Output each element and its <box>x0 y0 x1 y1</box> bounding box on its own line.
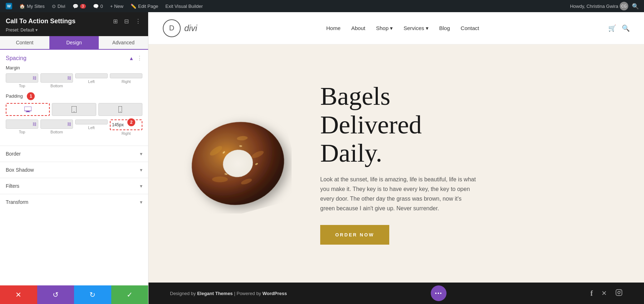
transform-section[interactable]: Transform ▾ <box>0 194 148 210</box>
footer-elegant-themes: Elegant Themes <box>197 291 233 296</box>
footer-powered-by: | Powered by <box>234 291 261 296</box>
svg-rect-0 <box>24 107 31 111</box>
tab-content[interactable]: Content <box>0 36 49 49</box>
margin-top-input[interactable]: ⛓ <box>6 73 38 83</box>
cart-icon[interactable]: 🛒 <box>608 24 616 32</box>
svg-point-4 <box>74 112 74 112</box>
redo-button[interactable]: ↻ <box>74 285 111 304</box>
preset-label: Preset: Default <box>6 28 34 33</box>
margin-bottom-input[interactable]: ⛓ <box>40 73 73 83</box>
margin-bottom-cell: ⛓ Bottom <box>40 73 73 88</box>
margin-bottom-label: Bottom <box>50 84 63 88</box>
panel-tabs: Content Design Advanced <box>0 36 148 50</box>
fab-icon: ••• <box>435 290 443 296</box>
nav-about[interactable]: About <box>351 25 365 31</box>
my-sites-menu[interactable]: 🏠 My Sites <box>16 0 48 12</box>
margin-left-input[interactable] <box>75 73 108 78</box>
panel-content: Spacing ▲ ⋮ Margin ⛓ Top <box>0 50 148 285</box>
device-selector <box>6 103 142 116</box>
padding-top-input[interactable]: ⛓ <box>6 119 38 129</box>
comment-bubble-icon: 🗨️ <box>93 4 99 9</box>
comments-count: 3 <box>80 4 86 9</box>
margin-left-label: Left <box>88 79 94 84</box>
cancel-button[interactable]: ✕ <box>0 285 37 304</box>
twitter-icon[interactable]: ✕ <box>601 289 607 297</box>
exit-builder-item[interactable]: Exit Visual Builder <box>162 0 206 12</box>
more-options-button[interactable]: ⋮ <box>134 17 142 25</box>
new-content-item[interactable]: + New <box>107 0 126 12</box>
svg-rect-2 <box>26 112 30 112</box>
box-shadow-section[interactable]: Box Shadow ▾ <box>0 162 148 178</box>
border-section[interactable]: Border ▾ <box>0 146 148 162</box>
logo-circle: D <box>163 19 181 37</box>
spacing-section-controls: ▲ ⋮ <box>129 55 142 62</box>
checkmark-icon: ✓ <box>127 290 133 299</box>
nav-home[interactable]: Home <box>326 25 341 31</box>
nav-blog[interactable]: Blog <box>439 25 450 31</box>
hero-heading-line1: Bagels <box>320 82 390 111</box>
nav-shop-label: Shop <box>376 25 389 31</box>
comment-count: 0 <box>101 4 103 9</box>
filters-section[interactable]: Filters ▾ <box>0 178 148 194</box>
bagel-image <box>184 113 292 214</box>
user-avatar[interactable]: CG <box>620 2 628 10</box>
shop-dropdown-icon: ▾ <box>390 25 393 31</box>
tab-advanced[interactable]: Advanced <box>99 36 148 49</box>
transform-chevron-icon: ▾ <box>140 199 142 205</box>
box-shadow-title: Box Shadow <box>6 167 34 173</box>
desktop-device-btn[interactable] <box>6 103 50 116</box>
cancel-icon: ✕ <box>15 290 21 299</box>
main-layout: Call To Action Settings ⊞ ⊟ ⋮ Preset: De… <box>0 12 644 304</box>
padding-left-input[interactable] <box>75 119 108 124</box>
instagram-icon[interactable] <box>615 289 623 298</box>
spacing-options-icon[interactable]: ⋮ <box>137 55 142 62</box>
tab-design[interactable]: Design <box>49 36 99 49</box>
main-nav-links: Home About Shop ▾ Services ▾ Blog Contac… <box>326 25 479 31</box>
preview-container: Bagels Delivered Daily. Look at the suns… <box>148 44 644 304</box>
wp-logo-item[interactable]: W <box>3 0 15 12</box>
my-sites-label: My Sites <box>27 4 45 9</box>
nav-services-label: Services <box>404 25 424 31</box>
nav-action-icons: 🛒 🔍 <box>608 24 630 32</box>
order-now-button[interactable]: ORDER NOW <box>320 225 389 245</box>
edit-page-item[interactable]: ✏️ Edit Page <box>128 0 161 12</box>
svg-point-11 <box>212 177 228 182</box>
padding-bottom-input[interactable]: ⛓ <box>40 119 73 129</box>
undo-button[interactable]: ↺ <box>37 285 74 304</box>
search-nav-icon[interactable]: 🔍 <box>622 24 630 32</box>
search-icon[interactable]: 🔍 <box>630 3 641 10</box>
nav-services[interactable]: Services ▾ <box>404 25 429 31</box>
save-button[interactable]: ✓ <box>111 285 148 304</box>
padding-label-row: Padding 1 <box>6 92 142 100</box>
padding-right-value: 145px <box>112 122 124 127</box>
comment-0-item[interactable]: 🗨️ 0 <box>90 0 106 12</box>
footer-text: Designed by Elegant Themes | Powered by … <box>170 291 287 296</box>
padding-inputs: ⛓ Top ⛓ Bottom <box>6 119 142 136</box>
fab-button[interactable]: ••• <box>431 285 447 301</box>
preset-row[interactable]: Preset: Default ▾ <box>6 28 142 33</box>
comments-item[interactable]: 💬 3 <box>70 0 89 12</box>
site-logo: D divi <box>163 19 197 37</box>
site-preview: D divi Home About Shop ▾ Services ▾ Blog… <box>148 12 644 304</box>
margin-right-input[interactable] <box>110 73 142 78</box>
howdy-text: Howdy, Christina Gwira <box>570 4 618 9</box>
tablet-device-btn[interactable] <box>52 103 96 116</box>
pencil-icon: ✏️ <box>131 4 136 9</box>
spacing-collapse-arrow[interactable]: ▲ <box>129 55 134 61</box>
site-name-label: Divi <box>58 4 65 9</box>
resize-button[interactable]: ⊞ <box>112 17 119 25</box>
expand-button[interactable]: ⊟ <box>123 17 130 25</box>
filters-chevron-icon: ▾ <box>140 183 142 189</box>
site-navigation: D divi Home About Shop ▾ Services ▾ Blog… <box>148 12 644 44</box>
transform-title: Transform <box>6 199 28 205</box>
spacing-title: Spacing <box>6 55 26 62</box>
nav-contact[interactable]: Contact <box>461 25 479 31</box>
nav-shop[interactable]: Shop ▾ <box>376 25 393 31</box>
wp-icon: W <box>6 3 12 9</box>
facebook-icon[interactable]: f <box>590 289 593 298</box>
spacing-section-header[interactable]: Spacing ▲ ⋮ <box>0 50 148 65</box>
margin-right-label: Right <box>122 79 131 84</box>
footer-designed-by: Designed by <box>170 291 196 296</box>
site-name-item[interactable]: ⊙ Divi <box>49 0 68 12</box>
mobile-device-btn[interactable] <box>98 103 142 116</box>
